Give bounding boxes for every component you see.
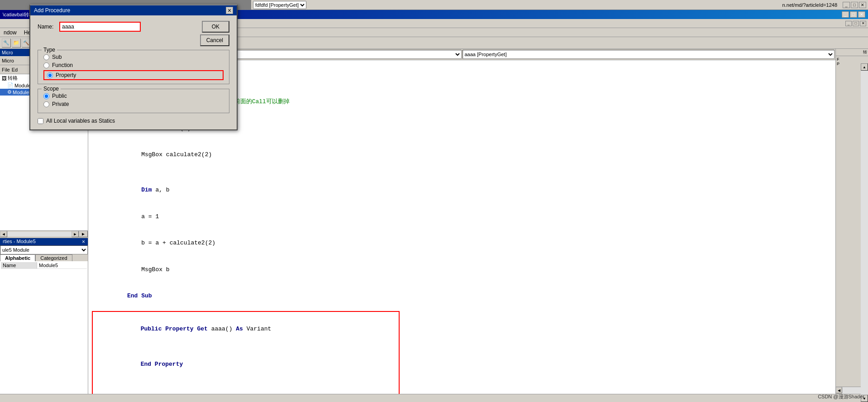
- highlighted-code-block: Public Property Get aaaa() As Variant En…: [92, 311, 400, 394]
- dialog-title-text: Add Procedure: [34, 7, 70, 14]
- subwin-close-btn[interactable]: ✕: [860, 21, 866, 26]
- properties-close-btn[interactable]: ×: [82, 239, 85, 245]
- type-property-label: Property: [56, 72, 76, 78]
- dialog-type-label: Type: [42, 47, 57, 53]
- scope-private-radio[interactable]: [43, 101, 49, 107]
- type-sub-radio[interactable]: [43, 54, 49, 60]
- vba-status-bar: [0, 394, 868, 402]
- dialog-name-input[interactable]: [59, 22, 141, 32]
- vba-close-btn[interactable]: ✕: [858, 11, 865, 18]
- vba-minimize-btn[interactable]: _: [842, 11, 849, 18]
- dialog-cancel-button[interactable]: Cancel: [200, 34, 229, 46]
- tab-categorized[interactable]: Categorized: [35, 254, 72, 261]
- watermark: CSDN @漫游Shader: [818, 393, 864, 400]
- dialog-scope-label: Scope: [42, 86, 61, 92]
- hscroll-right[interactable]: ▶: [72, 231, 79, 237]
- properties-tabs: Alphabetic Categorized: [0, 254, 88, 261]
- code-line-10: End Sub: [92, 283, 832, 310]
- code-line-8: b = a + calculate2(2): [92, 230, 832, 257]
- type-sub-row: Sub: [43, 54, 224, 60]
- tree-icon-module-sel: ⚙: [7, 89, 12, 95]
- type-sub-label: Sub: [52, 54, 62, 60]
- toolbar-btn-1[interactable]: 🔧: [2, 38, 11, 48]
- dialog-type-group: Type Sub Function Property: [38, 50, 229, 84]
- properties-content: Name Module5: [0, 261, 88, 394]
- type-property-radio[interactable]: [47, 72, 53, 78]
- hscroll-track[interactable]: [7, 232, 72, 236]
- scope-public-row: Public: [43, 93, 224, 99]
- type-function-radio[interactable]: [43, 62, 49, 68]
- statics-checkbox[interactable]: [38, 118, 43, 124]
- tree-label-转格: 转格: [8, 75, 18, 81]
- highlighted-line-5: Public Property Let aaaa(ByVal vNewValue…: [98, 386, 393, 394]
- tab-alphabetic[interactable]: Alphabetic: [0, 254, 35, 261]
- properties-panel: rties - Module5 × ule5 Module Alphabetic…: [0, 238, 88, 394]
- toolbar-btn-2[interactable]: 📁: [12, 38, 21, 48]
- dialog-scope-group: Scope Public Private: [38, 89, 229, 113]
- props-val-name: Module5: [37, 262, 60, 268]
- dialog-name-row: Name: OK: [38, 21, 229, 33]
- browser-dropdown-left[interactable]: fdfdfd [PropertyGet]: [253, 1, 306, 9]
- tree-icon-folder: 🖼: [2, 76, 7, 81]
- file-menu-label[interactable]: File: [2, 67, 10, 72]
- props-key-name: Name: [1, 262, 37, 268]
- highlighted-line-3: End Property: [98, 351, 393, 378]
- vba-maximize-btn[interactable]: □: [850, 11, 857, 18]
- menu-window[interactable]: ndow: [0, 29, 20, 36]
- right-hscroll-left[interactable]: ◀: [836, 387, 842, 393]
- dialog-cancel-row: Cancel: [38, 34, 229, 46]
- type-property-row: Property: [43, 70, 224, 80]
- browser-minimize-btn[interactable]: _: [843, 2, 850, 8]
- vscroll-track[interactable]: [861, 71, 868, 394]
- add-procedure-dialog: Add Procedure × Name: OK Cancel Type Sub…: [29, 5, 238, 130]
- dialog-title-bar: Add Procedure ×: [30, 5, 237, 15]
- code-line-5: [92, 168, 832, 177]
- vscroll-up-btn[interactable]: ▲: [861, 63, 868, 71]
- statics-checkbox-label: All Local variables as Statics: [46, 118, 115, 124]
- right-panel-label: 转: [863, 49, 867, 55]
- highlighted-line-2: [98, 342, 393, 351]
- right-panel-line1: F: [837, 57, 867, 62]
- code-line-9: MsgBox b: [92, 256, 832, 283]
- code-line-4: MsgBox calculate2(2): [92, 142, 832, 168]
- right-hscroll-track[interactable]: [842, 387, 862, 394]
- type-function-row: Function: [43, 62, 224, 68]
- tree-label-module5-sel: Module5: [13, 90, 32, 95]
- edit-menu-label[interactable]: Ed: [12, 67, 18, 72]
- dialog-checkbox-row: All Local variables as Statics: [38, 118, 229, 124]
- dialog-close-btn[interactable]: ×: [226, 7, 233, 14]
- dialog-ok-button[interactable]: OK: [202, 21, 229, 33]
- expand-btn[interactable]: ▶: [79, 231, 88, 237]
- scope-public-radio[interactable]: [43, 93, 49, 99]
- dialog-name-label: Name:: [38, 24, 56, 30]
- browser-maximize-btn[interactable]: □: [851, 2, 858, 8]
- code-line-7: a = 1: [92, 203, 832, 230]
- tree-icon-module: 📄: [7, 82, 14, 88]
- hscroll-left[interactable]: ◀: [0, 231, 7, 237]
- subwin-maximize-btn[interactable]: □: [853, 21, 859, 26]
- code-line-6: Dim a, b: [92, 177, 832, 204]
- properties-title-text: rties - Module5: [3, 239, 36, 245]
- subwin-minimize-btn[interactable]: _: [845, 21, 852, 26]
- highlighted-line-4: [98, 378, 393, 387]
- dialog-body: Name: OK Cancel Type Sub Function: [30, 15, 237, 129]
- code-vscrollbar: ▲ ▼: [861, 63, 868, 394]
- properties-title-bar: rties - Module5 ×: [0, 238, 88, 245]
- browser-close-btn[interactable]: ✕: [859, 2, 866, 8]
- ms-label: Micro: [2, 58, 14, 63]
- scope-private-label: Private: [52, 101, 69, 107]
- properties-object-dropdown[interactable]: ule5 Module: [0, 245, 88, 254]
- project-panel-partial-title: Micro: [2, 50, 13, 55]
- scope-public-label: Public: [52, 93, 67, 99]
- code-proc-dropdown[interactable]: aaaa [PropertyGet]: [463, 50, 835, 59]
- type-function-label: Function: [52, 62, 73, 68]
- props-row-name: Name Module5: [1, 262, 87, 269]
- scope-private-row: Private: [43, 101, 224, 107]
- browser-top-bar: fdfdfd [PropertyGet] n.net/md/?articleId…: [251, 0, 868, 10]
- url-display: n.net/md/?articleId=1248: [782, 2, 837, 8]
- highlighted-line-1: Public Property Get aaaa() As Variant: [98, 316, 393, 342]
